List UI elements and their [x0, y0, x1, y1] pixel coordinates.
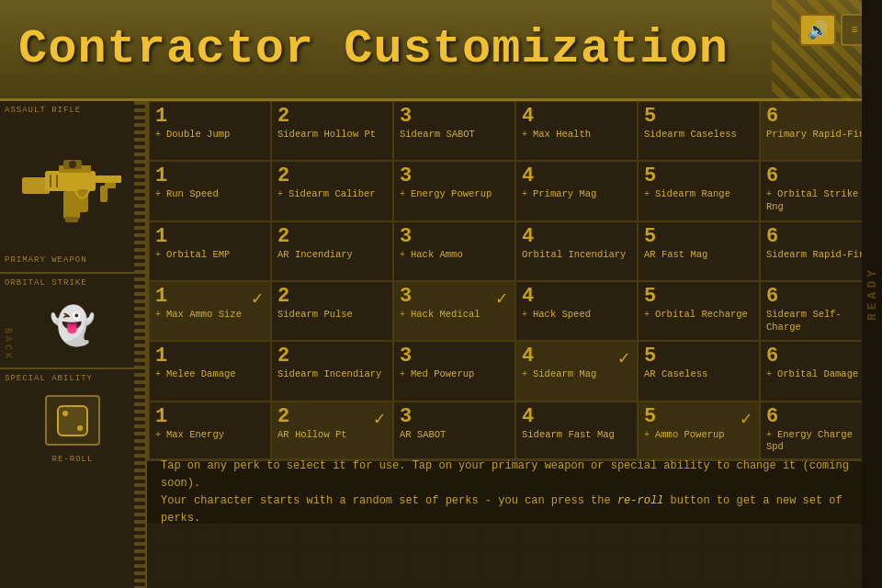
reroll-label: RE-ROLL	[5, 455, 141, 464]
svg-rect-1	[45, 171, 96, 191]
perk-number: 3	[400, 287, 509, 307]
perk-prefix: +	[400, 250, 411, 260]
perk-name: Sidearm Self-Charge	[766, 309, 876, 334]
perk-prefix: +	[766, 369, 777, 379]
perk-name: Sidearm Incendiary	[277, 368, 387, 381]
perk-cell[interactable]: 4+ Max Health	[515, 101, 638, 161]
perk-number: 3	[400, 407, 509, 427]
instruction-line2: Your character starts with a random set …	[161, 492, 868, 527]
perk-cell[interactable]: 3Sidearm SABOT	[393, 101, 515, 161]
perk-cell[interactable]: 2AR Incendiary	[271, 221, 393, 281]
checkmark-icon: ✓	[496, 287, 507, 310]
perk-number: 1	[155, 227, 265, 247]
header: Contractor Customization 🔊 ≡	[0, 0, 882, 101]
perk-prefix: +	[155, 430, 166, 440]
perk-cell[interactable]: 4+ Primary Mag	[515, 161, 638, 220]
svg-point-6	[69, 161, 76, 168]
ghost-icon: 👻	[50, 304, 96, 349]
perk-number: 6	[766, 287, 876, 307]
perk-cell[interactable]: 2Sidearm Pulse	[271, 281, 393, 341]
perk-cell[interactable]: 2+ Sidearm Caliber	[271, 161, 393, 220]
perk-name: + Ammo Powerup	[644, 429, 753, 442]
svg-rect-8	[65, 217, 78, 222]
perk-name: AR SABOT	[400, 429, 509, 442]
rifle-svg	[17, 127, 128, 246]
perk-cell[interactable]: 4Orbital Incendiary	[515, 221, 638, 281]
perk-cell[interactable]: 1+ Melee Damage	[149, 341, 271, 401]
perk-number: 5	[644, 407, 753, 427]
perk-cell[interactable]: 3+ Hack Medical✓	[393, 281, 515, 341]
perk-prefix: +	[644, 430, 655, 440]
perk-number: 1	[155, 166, 265, 187]
perk-cell[interactable]: 3+ Hack Ammo	[393, 221, 515, 281]
perk-name: Sidearm Fast Mag	[522, 429, 631, 442]
perk-grid: 1+ Double Jump2Sidearm Hollow Pt3Sidearm…	[147, 101, 882, 459]
perk-cell[interactable]: 3AR SABOT	[393, 401, 515, 459]
svg-rect-12	[56, 175, 58, 187]
perk-number: 4	[522, 107, 631, 127]
perk-cell[interactable]: 3+ Med Powerup	[393, 341, 515, 401]
perk-name: AR Caseless	[644, 368, 753, 381]
perk-cell[interactable]: 5+ Orbital Recharge	[638, 281, 760, 341]
perk-cell[interactable]: 5Sidearm Caseless	[638, 101, 760, 161]
perk-cell[interactable]: 4+ Hack Speed	[515, 281, 638, 341]
perk-cell[interactable]: 1+ Run Speed	[149, 161, 271, 220]
svg-rect-9	[77, 189, 88, 212]
perk-cell[interactable]: 5AR Fast Mag	[638, 221, 760, 281]
perk-cell[interactable]: 1+ Max Energy	[149, 401, 271, 459]
perk-cell[interactable]: 2Sidearm Hollow Pt	[271, 101, 393, 161]
perk-prefix: +	[644, 189, 655, 199]
perk-prefix: +	[155, 310, 166, 320]
perk-prefix: +	[400, 310, 411, 320]
perk-name: Primary Rapid-Fire	[766, 129, 876, 141]
perk-cell[interactable]: 4Sidearm Fast Mag	[515, 401, 638, 459]
perk-prefix: +	[522, 310, 533, 320]
perk-number: 5	[644, 346, 753, 367]
primary-weapon-label: PRIMARY WEAPON	[5, 255, 87, 265]
perk-cell[interactable]: 2Sidearm Incendiary	[271, 341, 393, 401]
perk-number: 4	[522, 287, 631, 307]
perk-number: 5	[644, 287, 753, 307]
assault-rifle-section[interactable]: ASSAULT RIFLE	[0, 101, 145, 274]
perk-name: + Max Energy	[155, 429, 265, 442]
reroll-italic: re-roll	[617, 494, 663, 507]
rifle-image[interactable]	[13, 118, 132, 255]
perk-name: Orbital Incendiary	[522, 249, 631, 262]
perk-number: 2	[277, 166, 387, 187]
svg-rect-2	[96, 175, 121, 183]
svg-rect-11	[50, 175, 51, 187]
perk-cell[interactable]: 1+ Max Ammo Size✓	[149, 281, 271, 341]
back-button[interactable]: BACK	[0, 323, 16, 366]
sound-button[interactable]: 🔊	[799, 14, 836, 46]
perk-number: 1	[155, 107, 265, 127]
perk-name: Sidearm Rapid-Fire	[766, 249, 876, 262]
perk-number: 4	[522, 227, 631, 247]
perk-prefix: +	[400, 189, 411, 199]
perk-name: + Orbital Damage	[766, 368, 876, 381]
orbital-strike-section[interactable]: ORBITAL STRIKE 👻	[0, 274, 145, 369]
perk-cell[interactable]: 5AR Caseless	[638, 341, 760, 401]
instruction-line2-start: Your character starts with a random set …	[161, 494, 617, 507]
perk-cell[interactable]: 2AR Hollow Pt✓	[271, 401, 393, 459]
perk-grid-container: 1+ Double Jump2Sidearm Hollow Pt3Sidearm…	[147, 101, 882, 588]
reroll-button[interactable]	[45, 395, 100, 446]
bottom-text-area: Tap on any perk to select it for use. Ta…	[147, 459, 882, 524]
perk-number: 4	[522, 407, 631, 427]
perk-cell[interactable]: 4+ Sidearm Mag✓	[515, 341, 638, 401]
orbital-strike-label: ORBITAL STRIKE	[5, 278, 87, 288]
perk-cell[interactable]: 1+ Double Jump	[149, 101, 271, 161]
perk-number: 1	[155, 346, 265, 367]
perk-cell[interactable]: 5+ Ammo Powerup✓	[638, 401, 760, 459]
perk-prefix: +	[766, 189, 777, 199]
perk-cell[interactable]: 3+ Energy Powerup	[393, 161, 515, 220]
perk-name: AR Incendiary	[277, 249, 387, 262]
perk-number: 5	[644, 227, 753, 247]
perk-number: 2	[277, 227, 387, 247]
perk-name: + Double Jump	[155, 129, 265, 141]
perk-number: 6	[766, 107, 876, 127]
perk-prefix: +	[766, 430, 777, 440]
svg-point-15	[77, 425, 83, 431]
perk-cell[interactable]: 5+ Sidearm Range	[638, 161, 760, 220]
perk-number: 3	[400, 227, 509, 247]
perk-cell[interactable]: 1+ Orbital EMP	[149, 221, 271, 281]
